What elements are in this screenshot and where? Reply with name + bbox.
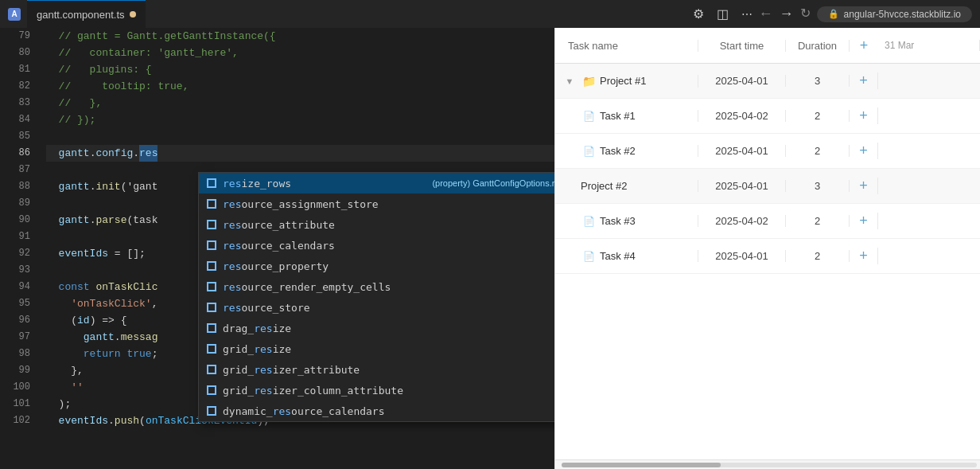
add-row-project2-button[interactable]: + [859,178,868,194]
task-cell-project2: Project #2 [555,180,698,192]
ac-item-resource-property[interactable]: resource_property [199,256,554,276]
tab-modified-dot [130,11,136,18]
col-header-date: 31 Mar [878,40,980,51]
code-editor: 79 80 81 82 83 84 85 86 87 88 89 90 91 9… [0,28,554,469]
ac-item-grid-resizer-column-attribute[interactable]: grid_resizer_column_attribute [199,380,554,401]
expand-task2 [562,147,578,156]
gantt-row-task2[interactable]: 📄 Task #2 2025-04-01 2 + [555,134,980,169]
nav-buttons: ← → ↻ [759,6,811,22]
col-header-add: + [850,37,878,54]
address-text: angular-5hvcce.stackblitz.io [844,9,961,20]
forward-button[interactable]: → [780,6,794,22]
add-cell-task2[interactable]: + [850,143,878,159]
gantt-empty-space [555,274,980,459]
ac-item-resource-store[interactable]: resource_store [199,297,554,318]
ac-item-resource-render-empty-cells[interactable]: resource_render_empty_cells [199,276,554,297]
ac-item-resource-assignment-store[interactable]: resource_assignment_store [199,193,554,214]
ac-label-grid-resizer-attribute: grid_resizer_attribute [223,364,554,376]
gantt-row-project2[interactable]: Project #2 2025-04-01 3 + [555,169,980,204]
add-cell-project1[interactable]: + [850,72,878,89]
ac-item-drag-resize[interactable]: drag_resize [199,318,554,338]
ac-icon-resource-render-empty-cells [205,280,218,293]
ac-item-resource-calendars[interactable]: resource_calendars [199,235,554,256]
expand-task3 [562,217,578,226]
layout-icon[interactable]: ◫ [717,6,729,21]
col-header-task-name: Task name [555,40,698,52]
dur-cell-task4: 2 [786,250,850,262]
dur-cell-project1: 3 [786,75,850,87]
row-name-task4: Task #4 [600,250,698,262]
add-cell-task3[interactable]: + [850,213,878,229]
gantt-row-task4[interactable]: 📄 Task #4 2025-04-01 2 + [555,239,980,274]
start-cell-task2: 2025-04-01 [698,145,786,157]
ac-icon-grid-resizer-column-attribute [205,384,218,397]
scrollbar-track[interactable] [562,463,977,467]
ac-item-resize-rows[interactable]: resize_rows (property) GanttConfigOption… [199,173,554,193]
ac-label-resource-assignment-store: resource_assignment_store [223,198,554,210]
address-bar[interactable]: 🔒 angular-5hvcce.stackblitz.io [817,6,972,22]
ac-detail-resize-rows: (property) GanttConfigOptions.resize_row… [422,178,554,188]
gantt-header: Task name Start time Duration + 31 Mar [555,28,980,64]
add-row-task4-button[interactable]: + [859,248,868,264]
expand-task4 [562,252,578,261]
ac-icon-grid-resize [205,342,218,355]
start-cell-task1: 2025-04-02 [698,110,786,122]
refresh-button[interactable]: ↻ [800,6,811,22]
gantt-scrollbar[interactable] [555,459,980,469]
ac-item-resource-attribute[interactable]: resource_attribute [199,214,554,235]
dur-cell-task1: 2 [786,110,850,122]
ac-icon-resource-store [205,301,218,314]
ac-label-resource-calendars: resource_calendars [223,240,554,252]
code-line-84: // }); [46,111,554,128]
file-icon-task4: 📄 [581,251,597,262]
start-cell-project1: 2025-04-01 [698,75,786,87]
ac-icon-dynamic-resource-calendars [205,405,218,417]
add-cell-task1[interactable]: + [850,107,878,124]
lock-icon: 🔒 [828,9,839,19]
add-row-task3-button[interactable]: + [859,213,868,229]
col-start-label: Start time [720,40,764,52]
expand-project1[interactable]: ▼ [562,76,578,86]
scrollbar-thumb[interactable] [562,463,721,467]
ac-label-dynamic-resource-calendars: dynamic_resource_calendars [223,405,554,417]
gantt-row-task3[interactable]: 📄 Task #3 2025-04-02 2 + [555,204,980,239]
start-cell-project2: 2025-04-01 [698,180,786,192]
row-name-task1: Task #1 [600,110,698,122]
autocomplete-dropdown[interactable]: resize_rows (property) GanttConfigOption… [198,172,554,422]
expand-task1 [562,111,578,121]
add-column-button[interactable]: + [860,37,869,54]
task-cell-task3: 📄 Task #3 [555,215,698,227]
ac-icon-drag-resize [205,322,218,334]
ac-item-grid-resizer-attribute[interactable]: grid_resizer_attribute [199,359,554,380]
file-icon-task3: 📄 [581,216,597,227]
gantt-panel: Task name Start time Duration + 31 Mar ▼… [554,28,980,469]
profile-icon[interactable]: ⚙ [693,6,704,21]
dur-cell-task3: 2 [786,215,850,227]
app-icon: A [8,8,21,21]
line-numbers: 79 80 81 82 83 84 85 86 87 88 89 90 91 9… [0,28,40,469]
add-row-project1-button[interactable]: + [859,72,868,89]
row-name-project2: Project #2 [581,180,698,192]
col-task-label: Task name [568,40,618,52]
add-row-task1-button[interactable]: + [859,107,868,124]
row-name-task2: Task #2 [600,145,698,157]
code-line-82: // tooltip: true, [46,78,554,95]
dur-cell-task2: 2 [786,145,850,157]
more-icon[interactable]: ⋯ [741,8,752,21]
gantt-row-project1[interactable]: ▼ 📁 Project #1 2025-04-01 3 + [555,64,980,99]
ac-icon-resource-assignment-store [205,197,218,210]
back-button[interactable]: ← [759,6,773,22]
ac-label-resource-property: resource_property [223,260,554,272]
editor-tab[interactable]: gantt.component.ts [27,0,146,28]
start-cell-task3: 2025-04-02 [698,215,786,227]
code-line-79: // gantt = Gantt.getGanttInstance({ [46,28,554,45]
col-duration-label: Duration [798,40,837,52]
dur-cell-project2: 3 [786,180,850,192]
gantt-row-task1[interactable]: 📄 Task #1 2025-04-02 2 + [555,99,980,134]
ac-item-dynamic-resource-calendars[interactable]: dynamic_resource_calendars [199,401,554,421]
add-cell-task4[interactable]: + [850,248,878,264]
add-cell-project2[interactable]: + [850,178,878,194]
ac-item-grid-resize[interactable]: grid_resize [199,338,554,359]
add-row-task2-button[interactable]: + [859,143,868,159]
row-name-task3: Task #3 [600,215,698,227]
